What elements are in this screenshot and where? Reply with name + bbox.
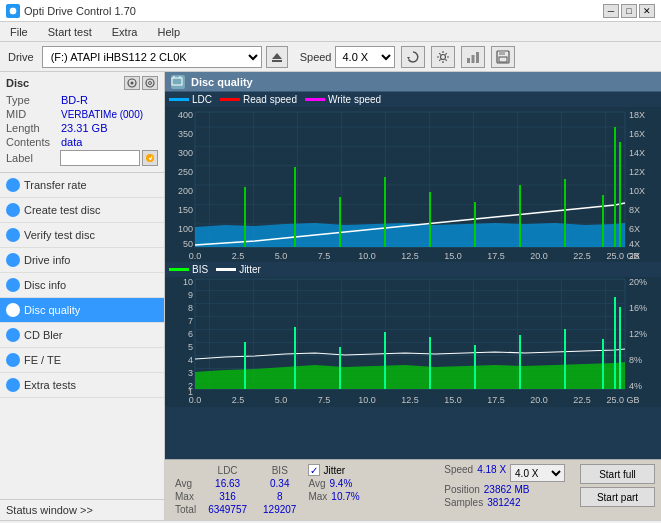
drive-info-label: Drive info	[24, 254, 70, 266]
svg-text:2.5: 2.5	[232, 395, 245, 405]
close-button[interactable]: ✕	[639, 4, 655, 18]
contents-value: data	[61, 136, 82, 148]
read-color	[220, 98, 240, 101]
bottom-chart: 10 9 8 7 6 5 4 3 2 1 20% 16% 12% 8% 4%	[165, 277, 661, 407]
fe-te-label: FE / TE	[24, 354, 61, 366]
svg-text:10X: 10X	[629, 186, 645, 196]
svg-text:9: 9	[188, 290, 193, 300]
length-label: Length	[6, 122, 61, 134]
position-label: Position	[444, 484, 480, 495]
svg-rect-16	[172, 78, 182, 85]
svg-text:8%: 8%	[629, 355, 642, 365]
eject-button[interactable]	[266, 46, 288, 68]
svg-text:12.5: 12.5	[401, 395, 419, 405]
svg-text:2.5: 2.5	[232, 251, 245, 261]
sidebar: Disc Type BD-R MID VERBATIMe (000)	[0, 72, 165, 520]
samples-label: Samples	[444, 497, 483, 508]
svg-text:3: 3	[188, 368, 193, 378]
save-button[interactable]	[491, 46, 515, 68]
svg-text:5.0: 5.0	[275, 251, 288, 261]
svg-text:6: 6	[188, 329, 193, 339]
menu-start-test[interactable]: Start test	[42, 24, 98, 40]
drive-info-icon	[6, 253, 20, 267]
svg-rect-5	[467, 58, 470, 63]
write-color	[305, 98, 325, 101]
sidebar-item-extra-tests[interactable]: Extra tests	[0, 373, 164, 398]
settings-button[interactable]	[431, 46, 455, 68]
svg-text:16%: 16%	[629, 303, 647, 313]
type-value: BD-R	[61, 94, 88, 106]
ldc-header: LDC	[200, 464, 255, 477]
svg-text:8X: 8X	[629, 205, 640, 215]
svg-marker-1	[272, 53, 282, 59]
sidebar-item-cd-bler[interactable]: CD Bler	[0, 323, 164, 348]
label-input[interactable]	[60, 150, 140, 166]
disc-info-icon	[6, 278, 20, 292]
svg-text:7.5: 7.5	[318, 395, 331, 405]
svg-text:17.5: 17.5	[487, 395, 505, 405]
ldc-color	[169, 98, 189, 101]
svg-point-14	[149, 82, 152, 85]
start-part-button[interactable]: Start part	[580, 487, 655, 507]
maximize-button[interactable]: □	[621, 4, 637, 18]
create-test-icon	[6, 203, 20, 217]
read-legend: Read speed	[220, 94, 297, 105]
sidebar-item-disc-quality[interactable]: Disc quality	[0, 298, 164, 323]
svg-rect-10	[499, 57, 507, 62]
jitter-label-legend: Jitter	[239, 264, 261, 275]
svg-text:7: 7	[188, 316, 193, 326]
svg-point-4	[441, 54, 446, 59]
jitter-checkbox[interactable]: ✓	[308, 464, 320, 476]
disc-quality-icon	[6, 303, 20, 317]
disc-icon-1[interactable]	[124, 76, 140, 90]
disc-icon-2[interactable]	[142, 76, 158, 90]
menubar: File Start test Extra Help	[0, 22, 661, 42]
content-title: Disc quality	[191, 76, 253, 88]
minimize-button[interactable]: ─	[603, 4, 619, 18]
menu-file[interactable]: File	[4, 24, 34, 40]
svg-rect-9	[499, 51, 505, 55]
speed-stat-select[interactable]: 4.0 X	[510, 464, 565, 482]
speed-stat-value: 4.18 X	[477, 464, 506, 482]
jitter-stat-label: Jitter	[323, 465, 345, 476]
content-area: Disc quality LDC Read speed Write speed	[165, 72, 661, 520]
length-value: 23.31 GB	[61, 122, 107, 134]
start-full-button[interactable]: Start full	[580, 464, 655, 484]
chart-button[interactable]	[461, 46, 485, 68]
sidebar-item-disc-info[interactable]: Disc info	[0, 273, 164, 298]
refresh-button[interactable]	[401, 46, 425, 68]
contents-label: Contents	[6, 136, 61, 148]
svg-text:0.0: 0.0	[189, 251, 202, 261]
app-icon	[6, 4, 20, 18]
disc-panel: Disc Type BD-R MID VERBATIMe (000)	[0, 72, 164, 173]
svg-text:8: 8	[188, 303, 193, 313]
sidebar-item-fe-te[interactable]: FE / TE	[0, 348, 164, 373]
drive-select[interactable]: (F:) ATAPI iHBS112 2 CL0K	[42, 46, 262, 68]
transfer-rate-icon	[6, 178, 20, 192]
titlebar: Opti Drive Control 1.70 ─ □ ✕	[0, 0, 661, 22]
verify-test-icon	[6, 228, 20, 242]
svg-text:25.0 GB: 25.0 GB	[606, 251, 639, 261]
sidebar-item-drive-info[interactable]: Drive info	[0, 248, 164, 273]
sidebar-item-create-test-disc[interactable]: Create test disc	[0, 198, 164, 223]
position-value: 23862 MB	[484, 484, 530, 495]
ldc-label: LDC	[192, 94, 212, 105]
max-bis: 8	[255, 490, 304, 503]
svg-text:7.5: 7.5	[318, 251, 331, 261]
menu-extra[interactable]: Extra	[106, 24, 144, 40]
jitter-max-value: 10.7%	[331, 491, 359, 502]
svg-text:4%: 4%	[629, 381, 642, 391]
svg-text:400: 400	[178, 110, 193, 120]
svg-text:350: 350	[178, 129, 193, 139]
sidebar-item-transfer-rate[interactable]: Transfer rate	[0, 173, 164, 198]
label-edit-button[interactable]	[142, 150, 158, 166]
speed-label: Speed	[300, 51, 332, 63]
menu-help[interactable]: Help	[151, 24, 186, 40]
status-window-button[interactable]: Status window >>	[0, 499, 164, 520]
speed-select[interactable]: 4.0 X	[335, 46, 395, 68]
content-header: Disc quality	[165, 72, 661, 92]
svg-text:15.0: 15.0	[444, 395, 462, 405]
label-label: Label	[6, 152, 60, 164]
jitter-color	[216, 268, 236, 271]
sidebar-item-verify-test-disc[interactable]: Verify test disc	[0, 223, 164, 248]
